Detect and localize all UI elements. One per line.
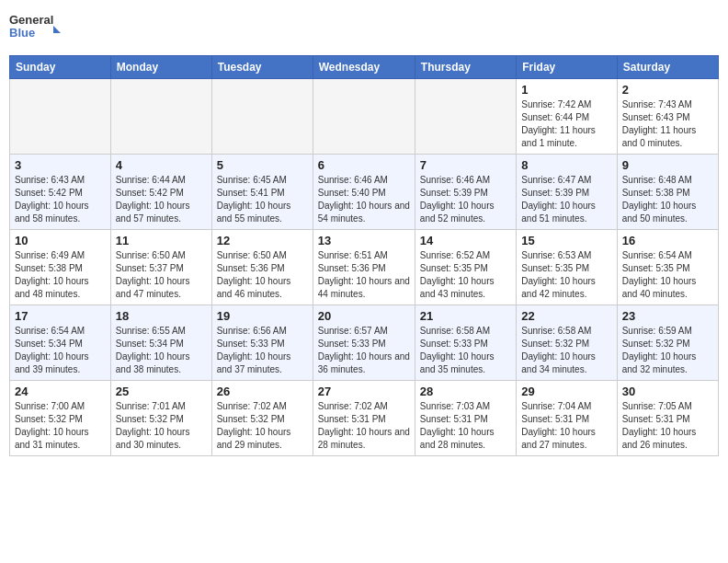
day-info: Sunrise: 6:49 AMSunset: 5:38 PMDaylight:… bbox=[15, 249, 106, 301]
day-number: 18 bbox=[116, 309, 207, 323]
day-info: Sunrise: 6:46 AMSunset: 5:40 PMDaylight:… bbox=[318, 174, 410, 225]
day-number: 14 bbox=[420, 234, 511, 247]
calendar-week-2: 3Sunrise: 6:43 AMSunset: 5:42 PMDaylight… bbox=[10, 155, 719, 230]
calendar-cell: 15Sunrise: 6:53 AMSunset: 5:35 PMDayligh… bbox=[517, 230, 617, 305]
day-info: Sunrise: 6:51 AMSunset: 5:36 PMDaylight:… bbox=[318, 249, 410, 301]
calendar-cell: 9Sunrise: 6:48 AMSunset: 5:38 PMDaylight… bbox=[617, 155, 718, 230]
calendar-table: SundayMondayTuesdayWednesdayThursdayFrid… bbox=[9, 55, 719, 456]
calendar-cell: 26Sunrise: 7:02 AMSunset: 5:32 PMDayligh… bbox=[211, 381, 313, 456]
day-number: 24 bbox=[15, 385, 106, 398]
day-info: Sunrise: 6:50 AMSunset: 5:37 PMDaylight:… bbox=[116, 249, 207, 301]
logo: General Blue bbox=[9, 9, 64, 48]
day-number: 5 bbox=[217, 158, 308, 172]
svg-text:General: General bbox=[9, 13, 53, 27]
weekday-header-monday: Monday bbox=[110, 56, 211, 79]
day-info: Sunrise: 6:46 AMSunset: 5:39 PMDaylight:… bbox=[420, 174, 511, 225]
day-info: Sunrise: 6:54 AMSunset: 5:35 PMDaylight:… bbox=[622, 249, 713, 301]
day-number: 30 bbox=[622, 385, 713, 398]
weekday-header-tuesday: Tuesday bbox=[211, 56, 313, 79]
calendar-cell: 20Sunrise: 6:57 AMSunset: 5:33 PMDayligh… bbox=[313, 305, 415, 381]
weekday-header-thursday: Thursday bbox=[415, 56, 516, 79]
day-info: Sunrise: 6:50 AMSunset: 5:36 PMDaylight:… bbox=[217, 249, 308, 301]
day-info: Sunrise: 6:55 AMSunset: 5:34 PMDaylight:… bbox=[116, 325, 207, 376]
day-number: 3 bbox=[15, 158, 106, 172]
day-info: Sunrise: 7:42 AMSunset: 6:44 PMDaylight:… bbox=[521, 98, 611, 150]
day-info: Sunrise: 7:02 AMSunset: 5:32 PMDaylight:… bbox=[217, 400, 308, 452]
day-info: Sunrise: 6:58 AMSunset: 5:32 PMDaylight:… bbox=[521, 325, 611, 376]
day-number: 1 bbox=[521, 83, 611, 97]
day-info: Sunrise: 6:44 AMSunset: 5:42 PMDaylight:… bbox=[116, 174, 207, 225]
day-number: 17 bbox=[15, 309, 106, 323]
day-info: Sunrise: 6:56 AMSunset: 5:33 PMDaylight:… bbox=[217, 325, 308, 376]
day-info: Sunrise: 7:01 AMSunset: 5:32 PMDaylight:… bbox=[116, 400, 207, 452]
day-number: 22 bbox=[521, 309, 611, 323]
calendar-cell: 28Sunrise: 7:03 AMSunset: 5:31 PMDayligh… bbox=[415, 381, 516, 456]
weekday-header-friday: Friday bbox=[517, 56, 617, 79]
day-info: Sunrise: 7:43 AMSunset: 6:43 PMDaylight:… bbox=[622, 98, 713, 150]
calendar-cell: 10Sunrise: 6:49 AMSunset: 5:38 PMDayligh… bbox=[10, 230, 111, 305]
weekday-header-saturday: Saturday bbox=[617, 56, 718, 79]
day-number: 13 bbox=[318, 234, 410, 247]
calendar-week-5: 24Sunrise: 7:00 AMSunset: 5:32 PMDayligh… bbox=[10, 381, 719, 456]
day-number: 8 bbox=[521, 158, 611, 172]
day-info: Sunrise: 6:45 AMSunset: 5:41 PMDaylight:… bbox=[217, 174, 308, 225]
calendar-cell bbox=[313, 79, 415, 155]
calendar-cell: 24Sunrise: 7:00 AMSunset: 5:32 PMDayligh… bbox=[10, 381, 111, 456]
day-info: Sunrise: 7:05 AMSunset: 5:31 PMDaylight:… bbox=[622, 400, 713, 452]
calendar-cell bbox=[211, 79, 313, 155]
calendar-week-3: 10Sunrise: 6:49 AMSunset: 5:38 PMDayligh… bbox=[10, 230, 719, 305]
day-info: Sunrise: 7:00 AMSunset: 5:32 PMDaylight:… bbox=[15, 400, 106, 452]
calendar-cell: 29Sunrise: 7:04 AMSunset: 5:31 PMDayligh… bbox=[517, 381, 617, 456]
calendar-cell: 16Sunrise: 6:54 AMSunset: 5:35 PMDayligh… bbox=[617, 230, 718, 305]
calendar-cell: 22Sunrise: 6:58 AMSunset: 5:32 PMDayligh… bbox=[517, 305, 617, 381]
calendar-cell: 17Sunrise: 6:54 AMSunset: 5:34 PMDayligh… bbox=[10, 305, 111, 381]
calendar-cell: 19Sunrise: 6:56 AMSunset: 5:33 PMDayligh… bbox=[211, 305, 313, 381]
day-info: Sunrise: 7:02 AMSunset: 5:31 PMDaylight:… bbox=[318, 400, 410, 452]
calendar-cell: 3Sunrise: 6:43 AMSunset: 5:42 PMDaylight… bbox=[10, 155, 111, 230]
day-number: 10 bbox=[15, 234, 106, 247]
day-number: 27 bbox=[318, 385, 410, 398]
calendar-cell: 21Sunrise: 6:58 AMSunset: 5:33 PMDayligh… bbox=[415, 305, 516, 381]
calendar-week-4: 17Sunrise: 6:54 AMSunset: 5:34 PMDayligh… bbox=[10, 305, 719, 381]
logo-svg: General Blue bbox=[9, 9, 64, 48]
day-number: 6 bbox=[318, 158, 410, 172]
day-info: Sunrise: 6:57 AMSunset: 5:33 PMDaylight:… bbox=[318, 325, 410, 376]
day-info: Sunrise: 6:54 AMSunset: 5:34 PMDaylight:… bbox=[15, 325, 106, 376]
page-header: General Blue bbox=[9, 9, 719, 48]
calendar-cell: 8Sunrise: 6:47 AMSunset: 5:39 PMDaylight… bbox=[517, 155, 617, 230]
calendar-cell: 2Sunrise: 7:43 AMSunset: 6:43 PMDaylight… bbox=[617, 79, 718, 155]
calendar-cell: 30Sunrise: 7:05 AMSunset: 5:31 PMDayligh… bbox=[617, 381, 718, 456]
calendar-cell: 1Sunrise: 7:42 AMSunset: 6:44 PMDaylight… bbox=[517, 79, 617, 155]
calendar-cell: 4Sunrise: 6:44 AMSunset: 5:42 PMDaylight… bbox=[110, 155, 211, 230]
day-number: 2 bbox=[622, 83, 713, 97]
day-number: 4 bbox=[116, 158, 207, 172]
day-info: Sunrise: 6:53 AMSunset: 5:35 PMDaylight:… bbox=[521, 249, 611, 301]
calendar-cell: 11Sunrise: 6:50 AMSunset: 5:37 PMDayligh… bbox=[110, 230, 211, 305]
calendar-cell: 5Sunrise: 6:45 AMSunset: 5:41 PMDaylight… bbox=[211, 155, 313, 230]
day-number: 9 bbox=[622, 158, 713, 172]
calendar-cell: 18Sunrise: 6:55 AMSunset: 5:34 PMDayligh… bbox=[110, 305, 211, 381]
day-info: Sunrise: 6:59 AMSunset: 5:32 PMDaylight:… bbox=[622, 325, 713, 376]
day-number: 23 bbox=[622, 309, 713, 323]
day-number: 7 bbox=[420, 158, 511, 172]
calendar-cell: 13Sunrise: 6:51 AMSunset: 5:36 PMDayligh… bbox=[313, 230, 415, 305]
calendar-cell: 27Sunrise: 7:02 AMSunset: 5:31 PMDayligh… bbox=[313, 381, 415, 456]
weekday-header-wednesday: Wednesday bbox=[313, 56, 415, 79]
calendar-cell: 14Sunrise: 6:52 AMSunset: 5:35 PMDayligh… bbox=[415, 230, 516, 305]
day-number: 28 bbox=[420, 385, 511, 398]
day-number: 19 bbox=[217, 309, 308, 323]
day-number: 11 bbox=[116, 234, 207, 247]
day-info: Sunrise: 7:04 AMSunset: 5:31 PMDaylight:… bbox=[521, 400, 611, 452]
svg-text:Blue: Blue bbox=[9, 26, 35, 40]
calendar-cell: 7Sunrise: 6:46 AMSunset: 5:39 PMDaylight… bbox=[415, 155, 516, 230]
calendar-cell bbox=[415, 79, 516, 155]
day-info: Sunrise: 6:52 AMSunset: 5:35 PMDaylight:… bbox=[420, 249, 511, 301]
day-number: 21 bbox=[420, 309, 511, 323]
svg-marker-2 bbox=[53, 26, 61, 33]
day-info: Sunrise: 7:03 AMSunset: 5:31 PMDaylight:… bbox=[420, 400, 511, 452]
weekday-header-row: SundayMondayTuesdayWednesdayThursdayFrid… bbox=[10, 56, 719, 79]
weekday-header-sunday: Sunday bbox=[10, 56, 111, 79]
calendar-cell: 25Sunrise: 7:01 AMSunset: 5:32 PMDayligh… bbox=[110, 381, 211, 456]
day-number: 12 bbox=[217, 234, 308, 247]
calendar-cell bbox=[10, 79, 111, 155]
